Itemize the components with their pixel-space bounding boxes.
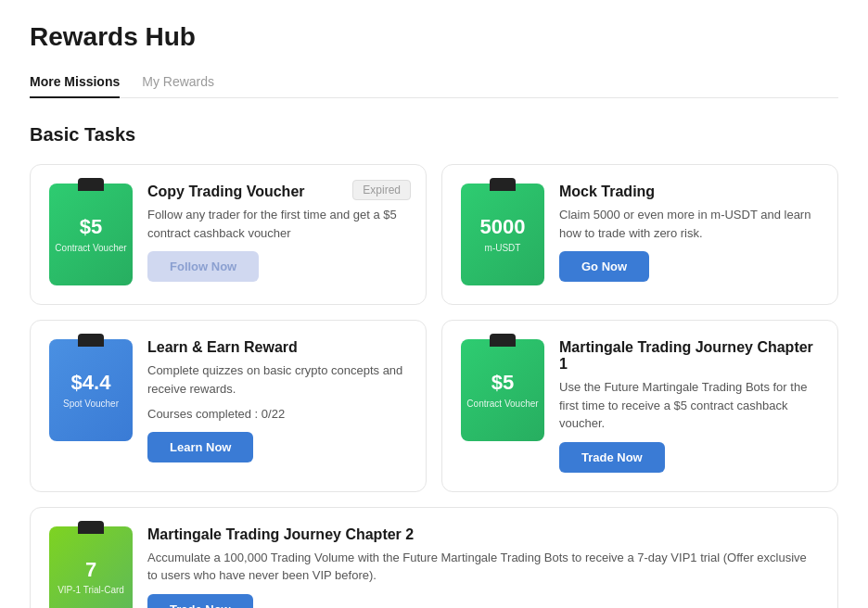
cards-grid: Expired $5 Contract Voucher Copy Trading… bbox=[30, 164, 838, 608]
voucher-label-mock-trading: m-USDT bbox=[485, 243, 521, 253]
card-content-martingale-chapter1: Martingale Trading Journey Chapter 1 Use… bbox=[559, 339, 819, 473]
card-martingale-chapter2: 7 VIP-1 Trial-Card Martingale Trading Jo… bbox=[30, 507, 838, 609]
voucher-label-learn-earn-reward: Spot Voucher bbox=[63, 399, 119, 409]
card-mock-trading: 5000 m-USDT Mock Trading Claim 5000 or e… bbox=[441, 164, 838, 305]
voucher-learn-earn-reward: $4.4 Spot Voucher bbox=[49, 339, 133, 441]
card-button-mock-trading[interactable]: Go Now bbox=[559, 251, 649, 282]
voucher-value-copy-trading-voucher: $5 bbox=[80, 216, 102, 238]
voucher-martingale-chapter1: $5 Contract Voucher bbox=[461, 339, 544, 441]
tabs-nav: More Missions My Rewards bbox=[30, 67, 838, 98]
voucher-mock-trading: 5000 m-USDT bbox=[461, 184, 544, 285]
card-content-martingale-chapter2: Martingale Trading Journey Chapter 2 Acc… bbox=[147, 526, 819, 609]
voucher-value-mock-trading: 5000 bbox=[480, 216, 526, 238]
section-title: Basic Tasks bbox=[30, 124, 838, 146]
card-desc-martingale-chapter1: Use the Future Martingale Trading Bots f… bbox=[559, 378, 819, 433]
voucher-label-martingale-chapter2: VIP-1 Trial-Card bbox=[57, 585, 124, 595]
card-button-copy-trading-voucher: Follow Now bbox=[147, 251, 259, 282]
card-button-learn-earn-reward[interactable]: Learn Now bbox=[147, 432, 253, 462]
voucher-value-martingale-chapter2: 7 bbox=[85, 559, 96, 581]
card-desc-martingale-chapter2: Accumulate a 100,000 Trading Volume with… bbox=[147, 549, 819, 585]
card-desc-mock-trading: Claim 5000 or even more in m-USDT and le… bbox=[559, 206, 819, 242]
voucher-martingale-chapter2: 7 VIP-1 Trial-Card bbox=[49, 526, 133, 609]
card-desc-learn-earn-reward: Complete quizzes on basic crypto concept… bbox=[147, 361, 407, 398]
card-title-mock-trading: Mock Trading bbox=[559, 184, 819, 200]
card-learn-earn-reward: $4.4 Spot Voucher Learn & Earn Reward Co… bbox=[30, 320, 427, 492]
voucher-label-copy-trading-voucher: Contract Voucher bbox=[55, 243, 126, 253]
card-button-martingale-chapter2[interactable]: Trade Now bbox=[147, 594, 253, 609]
card-content-learn-earn-reward: Learn & Earn Reward Complete quizzes on … bbox=[147, 339, 407, 462]
voucher-label-martingale-chapter1: Contract Voucher bbox=[466, 399, 538, 409]
voucher-value-martingale-chapter1: $5 bbox=[491, 372, 514, 394]
card-copy-trading-voucher: Expired $5 Contract Voucher Copy Trading… bbox=[30, 164, 427, 305]
card-meta-learn-earn-reward: Courses completed : 0/22 bbox=[147, 407, 407, 421]
card-martingale-chapter1: $5 Contract Voucher Martingale Trading J… bbox=[441, 320, 838, 492]
page-title: Rewards Hub bbox=[30, 22, 838, 52]
card-desc-copy-trading-voucher: Follow any trader for the first time and… bbox=[147, 206, 407, 242]
card-title-learn-earn-reward: Learn & Earn Reward bbox=[147, 339, 407, 356]
card-title-martingale-chapter1: Martingale Trading Journey Chapter 1 bbox=[559, 339, 819, 373]
voucher-copy-trading-voucher: $5 Contract Voucher bbox=[49, 184, 133, 285]
voucher-value-learn-earn-reward: $4.4 bbox=[71, 372, 111, 394]
tab-more-missions[interactable]: More Missions bbox=[30, 67, 120, 98]
tab-my-rewards[interactable]: My Rewards bbox=[142, 67, 214, 98]
card-title-martingale-chapter2: Martingale Trading Journey Chapter 2 bbox=[147, 526, 819, 543]
card-button-martingale-chapter1[interactable]: Trade Now bbox=[559, 442, 665, 473]
card-content-mock-trading: Mock Trading Claim 5000 or even more in … bbox=[559, 184, 819, 282]
expired-badge: Expired bbox=[352, 180, 411, 200]
